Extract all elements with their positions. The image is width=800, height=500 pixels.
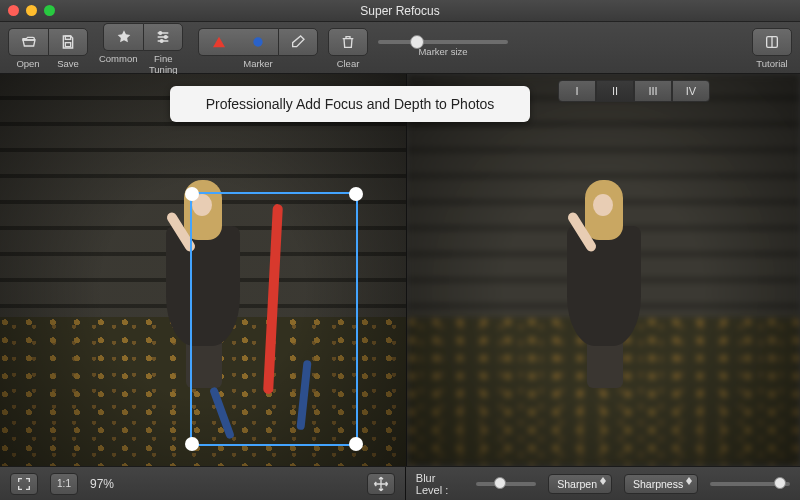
zoom-readout: 97%	[90, 477, 114, 491]
sharpness-slider[interactable]	[710, 482, 790, 486]
clear-label: Clear	[337, 58, 360, 69]
tutorial-button[interactable]	[752, 28, 792, 56]
open-button[interactable]	[8, 28, 48, 56]
star-icon	[116, 29, 132, 45]
finetuning-label: Fine Tuning	[139, 53, 189, 75]
window-title: Super Refocus	[0, 4, 800, 18]
sliders-icon	[155, 29, 171, 45]
svg-rect-1	[65, 43, 70, 47]
selection-handle-tl[interactable]	[185, 187, 199, 201]
preset-tab-2[interactable]: II	[596, 80, 634, 102]
fullscreen-button[interactable]	[10, 473, 38, 495]
blur-level-thumb[interactable]	[494, 477, 506, 489]
save-button[interactable]	[48, 28, 88, 56]
common-mode-button[interactable]	[103, 23, 143, 51]
selection-handle-bl[interactable]	[185, 437, 199, 451]
marker-size-thumb[interactable]	[410, 35, 424, 49]
triangle-icon	[211, 34, 227, 50]
circle-icon	[250, 34, 266, 50]
preset-tab-3[interactable]: III	[634, 80, 672, 102]
eraser-icon	[290, 34, 306, 50]
clear-group: Clear	[328, 28, 368, 69]
expand-icon	[16, 476, 32, 492]
source-pane[interactable]	[0, 74, 407, 466]
svg-point-2	[159, 31, 162, 34]
sharpness-dropdown-value: Sharpness	[633, 478, 683, 490]
preset-tab-1[interactable]: I	[558, 80, 596, 102]
bottombar-right: Blur Level : Sharpen Sharpness	[406, 467, 800, 500]
tutorial-label: Tutorial	[756, 58, 787, 69]
pan-button[interactable]	[367, 473, 395, 495]
marker-label: Marker	[198, 58, 318, 69]
book-icon	[764, 34, 780, 50]
sharpen-dropdown[interactable]: Sharpen	[548, 474, 612, 494]
actual-size-button[interactable]: 1:1	[50, 473, 78, 495]
svg-point-5	[253, 37, 262, 46]
preset-tabs: I II III IV	[558, 80, 710, 102]
bottombar: 1:1 97% Blur Level : Sharpen Sharpness	[0, 466, 800, 500]
main-toolbar: Open Save Common Fine Tuning	[0, 22, 800, 74]
ratio-label: 1:1	[57, 478, 71, 489]
file-group: Open Save	[8, 28, 88, 69]
move-icon	[373, 476, 389, 492]
svg-point-3	[164, 35, 167, 38]
preview-pane[interactable]: I II III IV	[407, 74, 800, 466]
marker-erase-button[interactable]	[278, 28, 318, 56]
marker-size-slider[interactable]	[378, 40, 508, 44]
mode-group: Common Fine Tuning	[98, 23, 188, 75]
marker-size-group: Marker size	[378, 40, 508, 57]
marker-foreground-button[interactable]	[198, 28, 238, 56]
promo-callout: Professionally Add Focus and Depth to Ph…	[170, 86, 530, 122]
sharpness-dropdown[interactable]: Sharpness	[624, 474, 698, 494]
marker-group: Marker	[198, 28, 318, 69]
finetuning-mode-button[interactable]	[143, 23, 183, 51]
sharpen-dropdown-value: Sharpen	[557, 478, 597, 490]
workspace: I II III IV	[0, 74, 800, 466]
marker-size-label: Marker size	[378, 46, 508, 57]
blur-level-slider[interactable]	[476, 482, 537, 486]
open-label: Open	[8, 58, 48, 69]
floppy-icon	[60, 34, 76, 50]
folder-open-icon	[21, 34, 37, 50]
window-titlebar: Super Refocus	[0, 0, 800, 22]
trash-icon	[340, 34, 356, 50]
subject-figure-preview	[559, 180, 649, 390]
marker-background-button[interactable]	[238, 28, 278, 56]
tutorial-group: Tutorial	[752, 28, 792, 69]
preset-tab-4[interactable]: IV	[672, 80, 710, 102]
clear-button[interactable]	[328, 28, 368, 56]
svg-point-4	[160, 39, 163, 42]
bottombar-left: 1:1 97%	[0, 467, 406, 500]
selection-handle-tr[interactable]	[349, 187, 363, 201]
selection-handle-br[interactable]	[349, 437, 363, 451]
promo-text: Professionally Add Focus and Depth to Ph…	[206, 96, 495, 112]
svg-rect-0	[65, 36, 70, 39]
common-label: Common	[98, 53, 139, 75]
save-label: Save	[48, 58, 88, 69]
sharpness-thumb[interactable]	[774, 477, 786, 489]
blur-level-label: Blur Level :	[416, 472, 464, 496]
